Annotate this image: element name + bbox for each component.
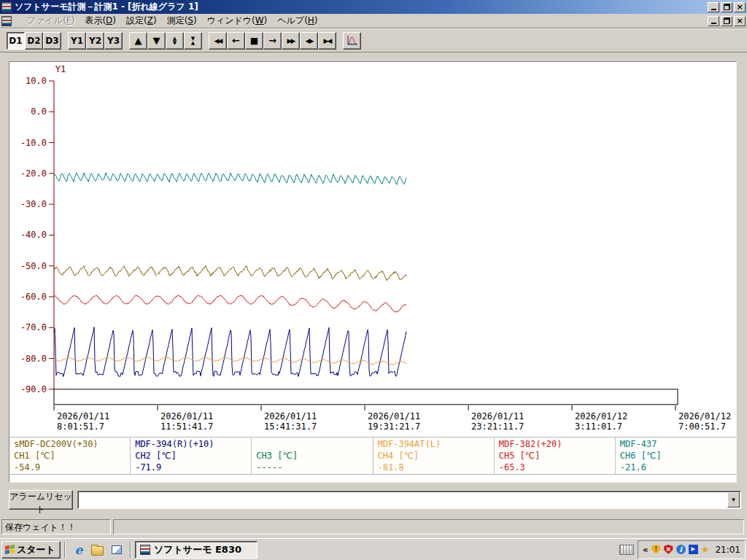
- legend-ch1: sMDF-DC200V(+30)CH1 [℃]-54.9: [9, 438, 131, 474]
- toolbar-scroll-down-button[interactable]: ▼: [147, 32, 166, 50]
- menu-view[interactable]: 表示(D): [80, 13, 121, 28]
- toolbar-d2-button[interactable]: D2: [25, 32, 43, 50]
- task-label: ソフトサーモ E830: [154, 543, 241, 556]
- svg-text:8:01:51.7: 8:01:51.7: [57, 421, 104, 432]
- child-restore-button[interactable]: [721, 16, 732, 26]
- toolbar-d1-button[interactable]: D1: [7, 32, 25, 50]
- child-minimize-button[interactable]: [708, 16, 719, 26]
- toolbar-d3-button[interactable]: D3: [43, 32, 61, 50]
- toolbar-expand-x-button[interactable]: ◀▶: [300, 32, 318, 50]
- toolbar: D1D2D3Y1Y2Y3▲▼▲▼▼▲◀◀←■→▶▶◀▶▶◀: [0, 29, 747, 52]
- taskbar: スタート e ソフトサーモ E830 « ! × i ▶ ★ 21:01: [0, 538, 747, 560]
- line-graph-panel: 10.00.0-10.0-20.0-30.0-40.0-50.0-60.0-70…: [9, 61, 737, 483]
- svg-text:23:21:11.7: 23:21:11.7: [471, 421, 524, 432]
- title-bar: ソフトサーモ計測－計測1 - [折れ線グラフ 1] ×: [0, 0, 747, 14]
- system-tray: « ! × i ▶ ★ 21:01: [619, 540, 747, 559]
- toolbar-y3-button[interactable]: Y3: [104, 32, 123, 50]
- app-icon: [140, 545, 150, 555]
- media-play-icon[interactable]: ▶: [689, 545, 698, 554]
- alarm-row: アラームリセット ▼: [0, 487, 747, 512]
- svg-text:-90.0: -90.0: [20, 384, 47, 394]
- task-button-softthermo[interactable]: ソフトサーモ E830: [135, 541, 258, 559]
- windows-logo-icon: [5, 545, 15, 554]
- svg-text:2026/01/12: 2026/01/12: [575, 411, 627, 421]
- tray-expand-icon[interactable]: «: [643, 545, 649, 555]
- legend-ch2: MDF-394(R)(+10)CH2 [℃]-71.9: [131, 438, 252, 474]
- start-label: スタート: [17, 543, 55, 556]
- taskbar-separator: [64, 542, 66, 558]
- svg-text:-70.0: -70.0: [20, 322, 47, 332]
- child-close-button[interactable]: ×: [734, 16, 746, 26]
- status-panel-secondary: [113, 519, 744, 534]
- toolbar-rewind-button[interactable]: ◀◀: [209, 32, 227, 50]
- toolbar-step-forward-button[interactable]: →: [263, 32, 282, 50]
- taskbar-clock: 21:01: [715, 545, 740, 555]
- svg-text:7:00:51.7: 7:00:51.7: [678, 421, 726, 432]
- alarm-dropdown[interactable]: ▼: [77, 491, 741, 509]
- close-button[interactable]: ×: [734, 2, 746, 12]
- svg-text:0.0: 0.0: [31, 106, 47, 117]
- menu-bar: ファイル(F)表示(D)設定(Z)測定(S)ウィンドウ(W)ヘルプ(H) ×: [0, 14, 747, 28]
- svg-text:2026/01/11: 2026/01/11: [471, 411, 524, 421]
- legend-ch3: CH3 [℃]-----: [252, 438, 373, 474]
- toolbar-compress-x-button[interactable]: ▶◀: [318, 32, 336, 50]
- document-icon[interactable]: [1, 16, 12, 26]
- svg-text:-50.0: -50.0: [20, 261, 47, 271]
- menu-items: ファイル(F)表示(D)設定(Z)測定(S)ウィンドウ(W)ヘルプ(H): [22, 13, 706, 28]
- info-balloon-icon[interactable]: i: [676, 545, 686, 554]
- toolbar-expand-y-button[interactable]: ▲▼: [166, 32, 184, 50]
- minimize-button[interactable]: [708, 2, 719, 12]
- toolbar-forward-button[interactable]: ▶▶: [282, 32, 300, 50]
- svg-text:2026/01/11: 2026/01/11: [160, 411, 213, 421]
- app-icon: [1, 2, 12, 12]
- svg-text:-40.0: -40.0: [20, 230, 47, 240]
- security-warning-icon[interactable]: !: [651, 545, 661, 554]
- app-window: ソフトサーモ計測－計測1 - [折れ線グラフ 1] × ファイル(F)表示(D)…: [0, 0, 747, 560]
- svg-text:Y1: Y1: [55, 64, 66, 74]
- toolbar-scroll-up-button[interactable]: ▲: [129, 32, 147, 50]
- internet-explorer-icon[interactable]: e: [72, 543, 85, 556]
- client-area: 10.00.0-10.0-20.0-30.0-40.0-50.0-60.0-70…: [0, 52, 747, 516]
- toolbar-graph-settings-button[interactable]: [343, 32, 361, 50]
- tray-icon-box: « ! × i ▶ ★ 21:01: [638, 540, 746, 559]
- start-button[interactable]: スタート: [1, 541, 61, 559]
- window-title: ソフトサーモ計測－計測1 - [折れ線グラフ 1]: [15, 1, 706, 13]
- legend-ch4: MDF-394AT(L)CH4 [℃]-81.8: [374, 438, 495, 474]
- menu-window[interactable]: ウィンドウ(W): [202, 13, 273, 28]
- show-desktop-icon[interactable]: [110, 543, 123, 556]
- restore-button[interactable]: [721, 2, 732, 12]
- toolbar-compress-y-button[interactable]: ▼▲: [184, 32, 202, 50]
- taskbar-separator: [130, 542, 131, 558]
- svg-text:-60.0: -60.0: [20, 292, 47, 302]
- security-error-icon[interactable]: ×: [664, 545, 673, 554]
- menu-measure[interactable]: 測定(S): [162, 13, 202, 28]
- svg-text:-10.0: -10.0: [20, 138, 47, 148]
- toolbar-y2-button[interactable]: Y2: [86, 32, 104, 50]
- svg-text:19:31:21.7: 19:31:21.7: [368, 421, 420, 432]
- status-message: 保存ウェイト！！: [1, 519, 111, 534]
- toolbar-stop-button[interactable]: ■: [245, 32, 263, 50]
- svg-text:3:11:01.7: 3:11:01.7: [575, 421, 622, 432]
- svg-text:2026/01/11: 2026/01/11: [57, 411, 109, 421]
- dropdown-arrow-icon[interactable]: ▼: [727, 492, 740, 508]
- svg-text:11:51:41.7: 11:51:41.7: [160, 421, 213, 432]
- toolbar-step-back-button[interactable]: ←: [227, 32, 245, 50]
- svg-text:-20.0: -20.0: [20, 168, 47, 179]
- star-icon[interactable]: ★: [701, 545, 710, 554]
- folder-icon[interactable]: [91, 543, 104, 556]
- menu-file[interactable]: ファイル(F): [22, 13, 80, 28]
- menu-settings[interactable]: 設定(Z): [121, 13, 162, 28]
- svg-text:2026/01/12: 2026/01/12: [678, 411, 731, 421]
- status-bar: 保存ウェイト！！: [0, 516, 747, 538]
- restore-icon: [724, 18, 730, 24]
- menu-help[interactable]: ヘルプ(H): [272, 13, 322, 28]
- svg-text:2026/01/11: 2026/01/11: [368, 411, 420, 421]
- line-chart: 10.00.0-10.0-20.0-30.0-40.0-50.0-60.0-70…: [9, 62, 736, 435]
- channel-legend: sMDF-DC200V(+30)CH1 [℃]-54.9MDF-394(R)(+…: [9, 437, 736, 475]
- svg-text:10.0: 10.0: [26, 76, 47, 86]
- keyboard-layout-icon[interactable]: [619, 545, 634, 555]
- alarm-reset-button[interactable]: アラームリセット: [9, 490, 73, 510]
- svg-text:2026/01/11: 2026/01/11: [264, 411, 317, 421]
- svg-text:15:41:31.7: 15:41:31.7: [264, 421, 317, 432]
- toolbar-y1-button[interactable]: Y1: [68, 32, 86, 50]
